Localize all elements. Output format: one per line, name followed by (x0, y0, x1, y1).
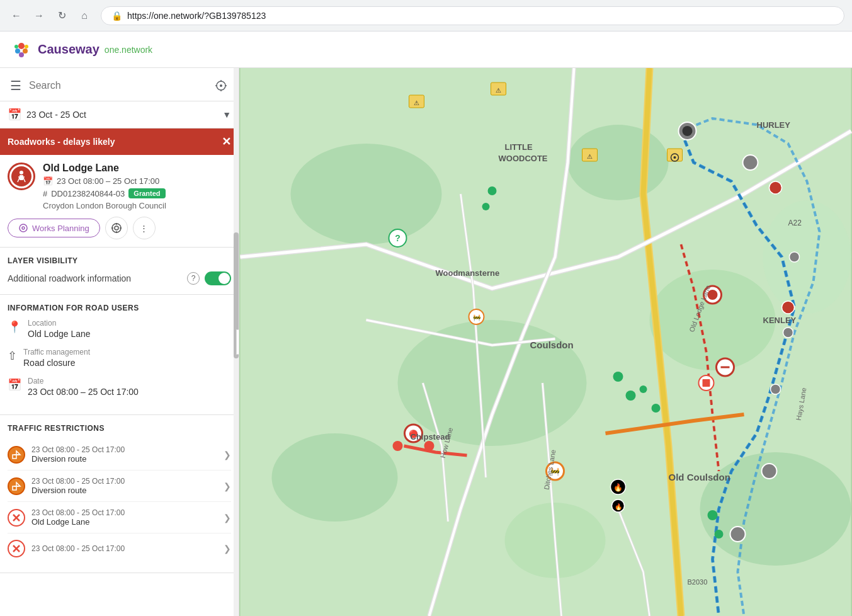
restriction-chevron-1: ❯ (224, 450, 231, 460)
hamburger-button[interactable]: ☰ (8, 76, 24, 96)
svg-point-7 (220, 84, 222, 87)
hash-icon: # (43, 189, 47, 198)
refresh-button[interactable]: ↻ (53, 7, 71, 25)
date-chevron-icon: ▼ (222, 110, 231, 120)
causeway-logo-icon (10, 38, 33, 61)
svg-text:🔥: 🔥 (615, 503, 623, 511)
svg-text:Woodmansterne: Woodmansterne (436, 268, 500, 278)
svg-line-14 (18, 178, 20, 182)
svg-text:B2030: B2030 (688, 578, 708, 586)
works-planning-icon (18, 223, 28, 233)
svg-point-52 (715, 530, 724, 539)
closure-icon-3 (8, 509, 25, 527)
browser-nav-buttons: ← → ↻ ⌂ (8, 7, 93, 25)
svg-text:WOODCOTE: WOODCOTE (499, 154, 548, 163)
svg-rect-13 (20, 175, 23, 180)
svg-point-50 (652, 404, 661, 413)
svg-point-35 (398, 320, 587, 446)
diversion-icon-1 (8, 446, 25, 464)
svg-text:Coulsdon: Coulsdon (530, 339, 574, 350)
svg-point-62 (762, 464, 777, 479)
restriction-row-2[interactable]: 23 Oct 08:00 - 25 Oct 17:00 Diversion ro… (8, 471, 231, 502)
incident-icon-inner (11, 166, 31, 186)
restriction-row-3[interactable]: 23 Oct 08:00 - 25 Oct 17:00 Old Lodge La… (8, 502, 231, 533)
date-filter[interactable]: 📅 23 Oct - 25 Oct ▼ (0, 101, 239, 128)
incident-ref: # DD01238240844-03 Granted (43, 188, 231, 198)
svg-point-53 (488, 186, 497, 195)
svg-point-58 (790, 252, 800, 262)
date-info-content: Date 23 Oct 08:00 – 25 Oct 17:00 (28, 377, 231, 397)
back-button[interactable]: ← (8, 7, 25, 25)
layer-row: Additional roadwork information ? (8, 271, 231, 285)
help-icon[interactable]: ? (187, 272, 200, 285)
search-input[interactable] (29, 80, 206, 91)
location-button[interactable] (211, 76, 231, 96)
svg-point-63 (730, 527, 746, 542)
date-calendar-icon: 📅 (8, 378, 21, 392)
restriction-details-1: 23 Oct 08:00 - 25 Oct 17:00 Diversion ro… (31, 445, 217, 464)
location-info-content: Location Old Lodge Lane (28, 319, 231, 339)
svg-point-2 (15, 48, 20, 54)
svg-text:?: ? (395, 233, 400, 243)
incident-icon (8, 163, 35, 190)
app-header: Causeway one.network (0, 31, 852, 68)
svg-point-33 (568, 125, 669, 200)
svg-point-20 (115, 226, 118, 230)
svg-point-3 (19, 52, 24, 57)
svg-rect-72 (667, 149, 683, 161)
svg-text:⚠: ⚠ (587, 153, 593, 160)
browser-chrome: ← → ↻ ⌂ 🔒 https://one.network/?GB1397851… (0, 0, 852, 31)
home-button[interactable]: ⌂ (76, 7, 93, 25)
layer-toggle[interactable] (205, 271, 231, 285)
search-bar: ☰ (0, 68, 239, 101)
svg-point-47 (613, 372, 623, 382)
action-buttons: Works Planning ⋮ (8, 217, 231, 239)
traffic-info-content: Traffic management Road closure (23, 348, 231, 368)
svg-text:A22: A22 (788, 219, 802, 227)
calendar-small-icon: 📅 (43, 176, 53, 186)
close-banner-button[interactable]: ✕ (222, 135, 231, 149)
svg-point-41 (683, 126, 693, 136)
map-area: ? ⚠ ⚠ ⚠ 🔥 🔥 (239, 68, 852, 616)
layer-visibility-section: LAYER VISIBILITY Additional roadwork inf… (0, 248, 239, 295)
target-button[interactable] (105, 217, 128, 239)
granted-badge: Granted (128, 188, 165, 198)
banner-label: Roadworks (8, 137, 55, 147)
svg-text:Old Coulsdon: Old Coulsdon (669, 472, 730, 482)
more-options-button[interactable]: ⋮ (133, 217, 156, 239)
incident-card: Old Lodge Lane 📅 23 Oct 08:00 – 25 Oct 1… (0, 155, 239, 248)
address-bar[interactable]: 🔒 https://one.network/?GB139785123 (101, 6, 844, 25)
svg-point-42 (743, 155, 758, 170)
location-info-row: 📍 Location Old Lodge Lane (8, 319, 231, 339)
works-planning-button[interactable]: Works Planning (8, 219, 100, 237)
restriction-date-1: 23 Oct 08:00 - 25 Oct 17:00 (31, 445, 217, 454)
restriction-row-1[interactable]: 23 Oct 08:00 - 25 Oct 17:00 Diversion ro… (8, 439, 231, 471)
svg-point-57 (770, 181, 782, 194)
svg-point-61 (771, 384, 781, 394)
layer-label: Additional roadwork information (8, 273, 182, 283)
sidebar: ☰ 📅 23 Oct - 25 Oct ▼ Roadwor (0, 68, 239, 616)
road-users-section: INFORMATION FOR ROAD USERS 📍 Location Ol… (0, 295, 239, 415)
location-pin-icon: 📍 (8, 320, 21, 334)
traffic-label: Traffic management (23, 348, 231, 356)
svg-text:LITTLE: LITTLE (505, 142, 533, 152)
banner-text: Roadworks - delays likely (8, 137, 115, 147)
svg-point-32 (291, 144, 442, 244)
restriction-type-2: Diversion route (31, 486, 217, 495)
closure-icon-4 (8, 540, 25, 557)
forward-button[interactable]: → (30, 7, 48, 25)
diversion-icon-2 (8, 477, 25, 495)
banner-suffix: - delays likely (55, 137, 115, 147)
layer-visibility-title: LAYER VISIBILITY (8, 256, 231, 265)
closure-symbol-3 (11, 513, 21, 523)
incident-title: Old Lodge Lane (43, 163, 231, 174)
restriction-chevron-3: ❯ (224, 513, 231, 523)
road-users-title: INFORMATION FOR ROAD USERS (8, 304, 231, 312)
traffic-mgmt-icon: ⇧ (8, 349, 17, 363)
location-icon (215, 79, 227, 92)
roadworks-icon (14, 169, 28, 183)
svg-point-60 (783, 328, 793, 338)
svg-text:HURLEY: HURLEY (757, 120, 791, 130)
map-svg: ? ⚠ ⚠ ⚠ 🔥 🔥 (239, 68, 852, 616)
restriction-row-4[interactable]: 23 Oct 08:00 - 25 Oct 17:00 ❯ (8, 533, 231, 564)
